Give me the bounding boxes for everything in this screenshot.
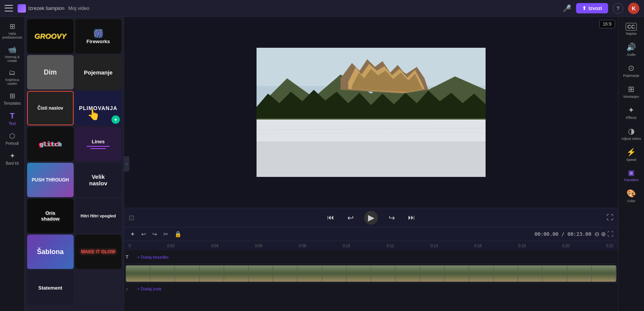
forward-button[interactable]: ↪ bbox=[386, 212, 398, 224]
template-card-velik[interactable]: Veliknaslov bbox=[75, 163, 122, 197]
project-subtitle[interactable]: Moj video bbox=[68, 5, 90, 11]
zoom-fit-button[interactable]: ⛶ bbox=[607, 231, 613, 238]
template-card-statement[interactable]: Statement bbox=[27, 271, 74, 305]
sidebar-item-audio[interactable]: 🔊 Audio bbox=[620, 39, 643, 60]
sidebar-item-label: Text bbox=[9, 121, 16, 126]
panel-collapse-button[interactable]: ‹ bbox=[124, 156, 129, 172]
template-card-cisti[interactable]: Čisti naslov bbox=[27, 91, 74, 125]
template-card-dim[interactable]: Dim bbox=[27, 55, 74, 89]
sidebar-item-adjust-colors[interactable]: ◑ Adjust colors bbox=[620, 123, 643, 144]
time-separator: / bbox=[562, 231, 568, 237]
video-strip[interactable] bbox=[126, 265, 617, 282]
transitions-icon: ⬡ bbox=[9, 132, 15, 140]
video-thumb bbox=[542, 266, 567, 282]
timeline-time: 00:00.00 / 00:23.00 bbox=[534, 231, 591, 237]
ruler-mark: 0 bbox=[129, 244, 131, 248]
add-text-button[interactable]: + Dodaj besedilo bbox=[137, 255, 168, 259]
sidebar-item-transition[interactable]: ▣ Transition bbox=[620, 165, 643, 185]
play-button[interactable]: ▶ bbox=[364, 211, 378, 225]
lock-button[interactable]: 🔒 bbox=[173, 229, 183, 239]
template-card-sablona[interactable]: Šablona bbox=[27, 235, 74, 269]
redo-button[interactable]: ↪ bbox=[151, 229, 159, 239]
export-label: Izvozi bbox=[589, 5, 602, 11]
video-thumb bbox=[322, 266, 347, 282]
sidebar-item-effects[interactable]: ✦ Effects bbox=[620, 102, 643, 123]
add-badge: + bbox=[111, 115, 120, 124]
template-card-pojemanje[interactable]: Pojemanje bbox=[75, 55, 122, 89]
rewind-button[interactable]: ↩ bbox=[344, 212, 357, 224]
template-label: Orisshadow bbox=[41, 210, 60, 222]
ruler-mark: 0:20 bbox=[562, 244, 569, 248]
text-icon: T bbox=[10, 112, 15, 120]
template-card-oris[interactable]: Orisshadow bbox=[27, 199, 74, 233]
sidebar-item-color[interactable]: 🎨 Color bbox=[620, 186, 643, 206]
template-panel: GROOVY 🎆 Fireworks Dim bbox=[25, 17, 124, 311]
sidebar-item-library[interactable]: 🗂 Knjižnica vsebin bbox=[2, 66, 23, 88]
sidebar-item-montasjev[interactable]: ⊞ Montasjev bbox=[620, 81, 643, 102]
template-grid: GROOVY 🎆 Fireworks Dim bbox=[25, 17, 124, 307]
zoom-out-button[interactable]: ⊖ bbox=[594, 230, 599, 238]
sidebar-item-presentation[interactable]: ⊞ Vaša predstavnost bbox=[2, 20, 23, 42]
ruler-mark: 0:10 bbox=[343, 244, 350, 248]
color-label: Color bbox=[627, 199, 636, 203]
export-button[interactable]: ⬆ Izvozi bbox=[576, 3, 608, 13]
skip-forward-button[interactable]: ⏭ bbox=[405, 212, 418, 224]
ruler-mark: 0:18 bbox=[518, 244, 526, 248]
template-card-fireworks[interactable]: 🎆 Fireworks bbox=[75, 19, 122, 53]
add-audio-button[interactable]: + Dodaj zvok bbox=[137, 287, 161, 291]
timeline-area: ✦ ↩ ↪ ✂ 🔒 00:00.00 / 00:23.00 ⊖ ⊕ ⛶ bbox=[124, 227, 618, 311]
auto-layout-button[interactable]: ✦ bbox=[129, 229, 137, 239]
ruler-marks: 0 0:02 0:04 0:06 0:08 0:10 0:12 0:14 0:1… bbox=[126, 244, 617, 248]
video-thumb bbox=[347, 266, 371, 282]
audio-track-label: ♪ bbox=[126, 286, 135, 292]
video-thumb bbox=[126, 266, 150, 282]
effects-label: Effects bbox=[626, 116, 636, 120]
undo-button[interactable]: ↩ bbox=[140, 229, 148, 239]
presentation-icon: ⊞ bbox=[10, 22, 15, 31]
screen-record-button[interactable]: ⊡ bbox=[129, 214, 134, 222]
svg-rect-9 bbox=[257, 141, 486, 177]
effects-icon: ✦ bbox=[628, 105, 634, 115]
text-track: T + Dodaj besedilo bbox=[124, 250, 618, 264]
help-button[interactable]: ? bbox=[613, 3, 623, 14]
sidebar-item-pojemanje[interactable]: ⊙ Pojemanje bbox=[620, 60, 643, 81]
video-frame bbox=[257, 48, 486, 177]
zoom-in-button[interactable]: ⊕ bbox=[601, 230, 606, 238]
brand-icon bbox=[18, 4, 26, 13]
sidebar-item-templates[interactable]: ⊞ Templates bbox=[2, 89, 23, 108]
svg-rect-8 bbox=[257, 120, 486, 143]
skip-back-button[interactable]: ⏮ bbox=[324, 212, 337, 224]
template-card-push[interactable]: PUSH THROUGH bbox=[27, 163, 74, 197]
template-card-glitch[interactable]: glitch bbox=[27, 127, 74, 161]
sidebar-item-record[interactable]: 📹 Snemaj & create bbox=[2, 43, 23, 65]
fullscreen-button[interactable]: ⛶ bbox=[607, 214, 613, 222]
sidebar-item-speed[interactable]: ⚡ Speed bbox=[620, 144, 643, 165]
video-thumb bbox=[224, 266, 249, 282]
panel-wrapper: GROOVY 🎆 Fireworks Dim bbox=[25, 17, 644, 311]
transport-controls: ⊡ ⏮ ↩ ▶ ↪ ⏭ ⛶ bbox=[124, 208, 618, 227]
template-label: PLIMOVANJA bbox=[79, 105, 118, 111]
sidebar-item-captions[interactable]: CC Napise bbox=[620, 20, 643, 39]
project-title[interactable]: Izrezek šampion bbox=[28, 5, 65, 11]
template-card-hitri[interactable]: Hitri Hitri vpogled bbox=[75, 199, 122, 233]
hamburger-menu-icon[interactable] bbox=[5, 4, 13, 13]
cut-button[interactable]: ✂ bbox=[162, 229, 170, 239]
template-card-plimovanja[interactable]: PLIMOVANJA + 👆 bbox=[75, 91, 122, 125]
ruler-mark: 0:16 bbox=[475, 244, 482, 248]
video-thumb bbox=[469, 266, 494, 282]
video-thumb bbox=[518, 266, 542, 282]
video-thumb bbox=[273, 266, 297, 282]
video-content bbox=[257, 48, 486, 177]
ruler-mark: 0:12 bbox=[387, 244, 394, 248]
sidebar-item-text[interactable]: T Text bbox=[2, 109, 23, 128]
template-card-lines[interactable]: Lines bbox=[75, 127, 122, 161]
template-card-groovy[interactable]: GROOVY bbox=[27, 19, 74, 53]
user-avatar[interactable]: K bbox=[628, 3, 639, 14]
ruler-mark: 0:08 bbox=[299, 244, 306, 248]
sidebar-item-transitions[interactable]: ⬡ Prehodi bbox=[2, 130, 23, 148]
template-card-glow[interactable]: MAKE IT GLOW bbox=[75, 235, 122, 269]
sidebar-item-bardkit[interactable]: ✦ Bard kit bbox=[2, 149, 23, 168]
sidebar-item-label: Templates bbox=[3, 101, 21, 105]
ruler-mark: 0:02 bbox=[167, 244, 174, 248]
template-label: MAKE IT GLOW bbox=[81, 249, 115, 254]
